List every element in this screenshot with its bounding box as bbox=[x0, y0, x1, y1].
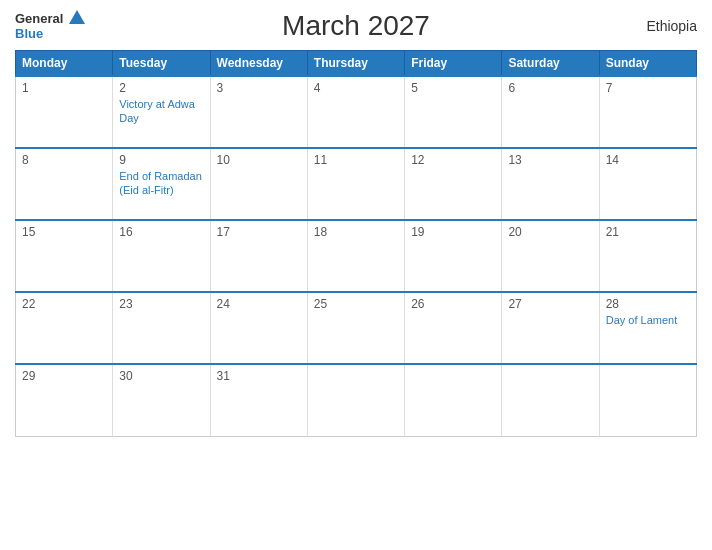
country-label: Ethiopia bbox=[627, 18, 697, 34]
holiday-label: End of Ramadan (Eid al-Fitr) bbox=[119, 170, 202, 196]
day-number: 24 bbox=[217, 297, 301, 311]
calendar-cell: 20 bbox=[502, 220, 599, 292]
logo-general-text: General bbox=[15, 11, 63, 26]
day-number: 19 bbox=[411, 225, 495, 239]
day-number: 5 bbox=[411, 81, 495, 95]
calendar-cell: 26 bbox=[405, 292, 502, 364]
calendar-cell: 6 bbox=[502, 76, 599, 148]
calendar-week-row: 89End of Ramadan (Eid al-Fitr)1011121314 bbox=[16, 148, 697, 220]
day-number: 15 bbox=[22, 225, 106, 239]
day-number: 29 bbox=[22, 369, 106, 383]
weekday-header-sunday: Sunday bbox=[599, 51, 696, 77]
calendar-cell: 31 bbox=[210, 364, 307, 436]
holiday-label: Victory at Adwa Day bbox=[119, 98, 195, 124]
calendar-cell: 12 bbox=[405, 148, 502, 220]
calendar-cell: 1 bbox=[16, 76, 113, 148]
holiday-label: Day of Lament bbox=[606, 314, 678, 326]
day-number: 14 bbox=[606, 153, 690, 167]
calendar-cell bbox=[502, 364, 599, 436]
day-number: 9 bbox=[119, 153, 203, 167]
calendar-week-row: 15161718192021 bbox=[16, 220, 697, 292]
day-number: 1 bbox=[22, 81, 106, 95]
weekday-header-thursday: Thursday bbox=[307, 51, 404, 77]
logo: General Blue bbox=[15, 11, 85, 41]
calendar-cell: 30 bbox=[113, 364, 210, 436]
day-number: 12 bbox=[411, 153, 495, 167]
calendar-cell: 15 bbox=[16, 220, 113, 292]
calendar-cell: 23 bbox=[113, 292, 210, 364]
calendar-cell: 7 bbox=[599, 76, 696, 148]
day-number: 4 bbox=[314, 81, 398, 95]
calendar-cell: 29 bbox=[16, 364, 113, 436]
calendar-cell bbox=[307, 364, 404, 436]
weekday-header-monday: Monday bbox=[16, 51, 113, 77]
weekday-header-tuesday: Tuesday bbox=[113, 51, 210, 77]
day-number: 10 bbox=[217, 153, 301, 167]
weekday-header-wednesday: Wednesday bbox=[210, 51, 307, 77]
calendar-cell: 10 bbox=[210, 148, 307, 220]
calendar-week-row: 12Victory at Adwa Day34567 bbox=[16, 76, 697, 148]
calendar-cell: 22 bbox=[16, 292, 113, 364]
day-number: 26 bbox=[411, 297, 495, 311]
calendar-cell: 27 bbox=[502, 292, 599, 364]
day-number: 3 bbox=[217, 81, 301, 95]
calendar-cell: 19 bbox=[405, 220, 502, 292]
logo-blue-text: Blue bbox=[15, 26, 43, 41]
calendar-cell: 5 bbox=[405, 76, 502, 148]
calendar-cell: 28Day of Lament bbox=[599, 292, 696, 364]
logo-triangle-icon bbox=[69, 10, 85, 24]
header: General Blue March 2027 Ethiopia bbox=[15, 10, 697, 42]
day-number: 27 bbox=[508, 297, 592, 311]
calendar-cell bbox=[599, 364, 696, 436]
calendar-cell: 16 bbox=[113, 220, 210, 292]
calendar-cell: 25 bbox=[307, 292, 404, 364]
day-number: 18 bbox=[314, 225, 398, 239]
day-number: 16 bbox=[119, 225, 203, 239]
calendar-cell: 18 bbox=[307, 220, 404, 292]
day-number: 7 bbox=[606, 81, 690, 95]
day-number: 30 bbox=[119, 369, 203, 383]
calendar-cell: 17 bbox=[210, 220, 307, 292]
weekday-header-friday: Friday bbox=[405, 51, 502, 77]
day-number: 28 bbox=[606, 297, 690, 311]
calendar-cell: 13 bbox=[502, 148, 599, 220]
day-number: 2 bbox=[119, 81, 203, 95]
day-number: 13 bbox=[508, 153, 592, 167]
calendar-cell: 4 bbox=[307, 76, 404, 148]
calendar-cell bbox=[405, 364, 502, 436]
day-number: 31 bbox=[217, 369, 301, 383]
calendar-cell: 3 bbox=[210, 76, 307, 148]
calendar-title: March 2027 bbox=[85, 10, 627, 42]
calendar-cell: 21 bbox=[599, 220, 696, 292]
day-number: 25 bbox=[314, 297, 398, 311]
day-number: 20 bbox=[508, 225, 592, 239]
day-number: 8 bbox=[22, 153, 106, 167]
calendar-cell: 2Victory at Adwa Day bbox=[113, 76, 210, 148]
weekday-header-saturday: Saturday bbox=[502, 51, 599, 77]
day-number: 11 bbox=[314, 153, 398, 167]
calendar-table: MondayTuesdayWednesdayThursdayFridaySatu… bbox=[15, 50, 697, 437]
calendar-week-row: 293031 bbox=[16, 364, 697, 436]
weekday-header-row: MondayTuesdayWednesdayThursdayFridaySatu… bbox=[16, 51, 697, 77]
calendar-cell: 24 bbox=[210, 292, 307, 364]
day-number: 17 bbox=[217, 225, 301, 239]
day-number: 21 bbox=[606, 225, 690, 239]
calendar-cell: 8 bbox=[16, 148, 113, 220]
calendar-cell: 9End of Ramadan (Eid al-Fitr) bbox=[113, 148, 210, 220]
day-number: 6 bbox=[508, 81, 592, 95]
day-number: 22 bbox=[22, 297, 106, 311]
calendar-week-row: 22232425262728Day of Lament bbox=[16, 292, 697, 364]
day-number: 23 bbox=[119, 297, 203, 311]
calendar-page: General Blue March 2027 Ethiopia MondayT… bbox=[0, 0, 712, 550]
calendar-cell: 14 bbox=[599, 148, 696, 220]
calendar-cell: 11 bbox=[307, 148, 404, 220]
